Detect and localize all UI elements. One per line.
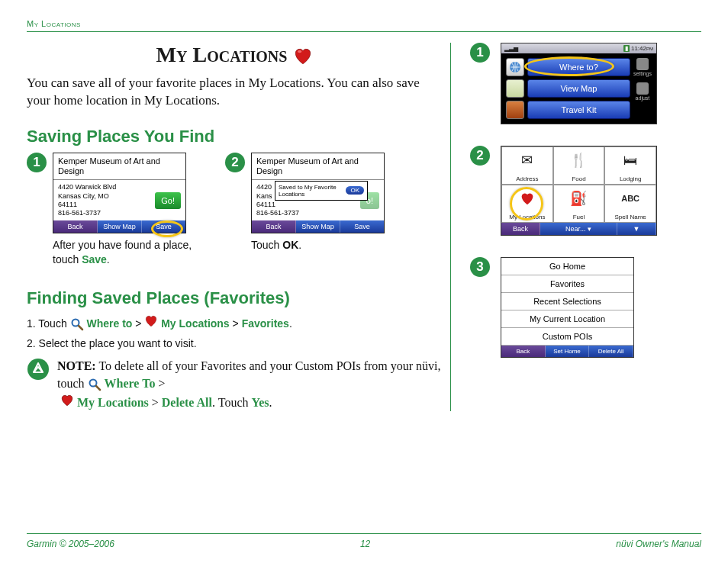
step-2-badge: 2 <box>225 153 245 172</box>
poi-title-2: Kemper Museum of Art and Design <box>252 153 384 180</box>
svg-point-0 <box>298 50 301 53</box>
footer-copyright: Garmin © 2005–2006 <box>27 539 114 549</box>
list-item[interactable]: Custom POIs <box>501 328 633 346</box>
intro-text: You can save all of your favorite places… <box>27 75 443 110</box>
bed-icon: 🛏 <box>623 150 637 170</box>
saved-popup: Saved to My Favorite Locations OK <box>275 181 368 201</box>
page-header-label: My Locations <box>27 19 701 28</box>
right-step-2-badge: 2 <box>470 146 490 166</box>
spellname-cell[interactable]: ABCSpell Name <box>604 185 656 223</box>
footer-pagenum: 12 <box>360 539 370 549</box>
heart-icon <box>144 314 158 327</box>
finding-heading: Finding Saved Places (Favorites) <box>27 288 443 308</box>
list-item[interactable]: Favorites <box>501 275 633 293</box>
device-screenshot-1: Kemper Museum of Art and Design 4420 War… <box>53 153 186 233</box>
fuel-icon: ⛽ <box>570 188 587 208</box>
back-button-2[interactable]: Back <box>252 220 296 233</box>
view-map-button[interactable]: View Map <box>527 79 630 98</box>
magnifier-icon <box>88 378 101 391</box>
device-main-menu: ▂▃▅ ▮ 11:42PM Where to? View Map <box>501 43 657 124</box>
header-rule <box>27 31 701 32</box>
page-footer: Garmin © 2005–2006 12 nüvi Owner's Manua… <box>27 533 701 549</box>
page-title: My Locations <box>27 43 443 67</box>
settings-button[interactable]: settings <box>633 58 652 76</box>
scroll-down-button[interactable]: ▼ <box>617 223 656 235</box>
wrench-icon <box>636 58 649 70</box>
abc-icon: ABC <box>621 188 639 208</box>
heart-icon <box>293 46 313 64</box>
near-button[interactable]: Near... ▾ <box>540 223 617 235</box>
footer-manual: nüvi Owner's Manual <box>616 539 701 549</box>
map-thumb-icon <box>506 79 524 98</box>
sethome-button[interactable]: Set Home <box>546 346 590 357</box>
list-item[interactable]: Recent Selections <box>501 293 633 310</box>
showmap-button[interactable]: Show Map <box>98 220 142 233</box>
saving-heading: Saving Places You Find <box>27 127 443 146</box>
travel-kit-button[interactable]: Travel Kit <box>527 101 630 119</box>
save-button[interactable]: Save <box>142 220 185 233</box>
device-screenshot-2: Kemper Museum of Art and Design 4420Kans… <box>251 153 385 233</box>
back-button[interactable]: Back <box>501 346 546 357</box>
food-cell[interactable]: 🍴Food <box>553 146 605 185</box>
list-item[interactable]: My Current Location <box>501 310 633 328</box>
finding-steps: 1. Touch Where to > My Locations > Favor… <box>27 314 443 411</box>
title-text: My Locations <box>156 43 288 67</box>
right-step-1-badge: 1 <box>470 43 490 63</box>
step-1-badge: 1 <box>27 153 47 172</box>
svg-point-3 <box>27 359 49 380</box>
svg-line-2 <box>79 326 82 330</box>
back-button[interactable]: Back <box>53 220 98 233</box>
step1-caption: After you have found a place, touch Save… <box>53 238 198 267</box>
device-category-grid: ✉Address 🍴Food 🛏Lodging My Locations ⛽Fu… <box>501 146 657 236</box>
heart-icon <box>520 188 535 208</box>
note-icon <box>27 358 50 381</box>
list-item[interactable]: Go Home <box>501 258 633 275</box>
suitcase-icon <box>506 101 524 119</box>
battery-icon: ▮ <box>623 45 630 52</box>
slider-icon <box>636 82 649 95</box>
where-to-button[interactable]: Where to? <box>527 58 630 76</box>
adjust-button[interactable]: adjust <box>633 82 652 101</box>
svg-line-5 <box>96 386 100 390</box>
back-button[interactable]: Back <box>501 223 540 235</box>
save-button-2[interactable]: Save <box>340 220 384 233</box>
fork-knife-icon: 🍴 <box>570 150 587 170</box>
deleteall-button[interactable]: Delete All <box>589 346 633 357</box>
right-step-3-badge: 3 <box>470 257 490 277</box>
mylocations-cell[interactable]: My Locations <box>501 185 553 223</box>
globe-icon <box>506 58 524 76</box>
note-text-2: My Locations > Delete All. Touch Yes. <box>60 394 443 411</box>
step2-caption: Touch OK. <box>251 238 397 253</box>
envelope-icon: ✉ <box>521 150 533 170</box>
lodging-cell[interactable]: 🛏Lodging <box>604 146 656 185</box>
poi-title: Kemper Museum of Art and Design <box>53 153 185 180</box>
footer-rule <box>27 533 701 534</box>
go-button[interactable]: Go! <box>155 192 181 209</box>
signal-icon: ▂▃▅ <box>504 45 518 52</box>
address-cell[interactable]: ✉Address <box>501 146 553 185</box>
magnifier-icon <box>70 317 84 331</box>
ok-button[interactable]: OK <box>346 186 364 195</box>
device-mylocations-list: Go Home Favorites Recent Selections My C… <box>501 257 634 358</box>
note-text: NOTE: To delete all of your Favorites an… <box>57 358 443 392</box>
showmap-button-2[interactable]: Show Map <box>296 220 340 233</box>
fuel-cell[interactable]: ⛽Fuel <box>553 185 605 223</box>
heart-icon <box>60 394 74 406</box>
poi-address: 4420 Warwick Blvd Kansas City, MO 64111 … <box>53 180 150 220</box>
status-bar: ▂▃▅ ▮ 11:42PM <box>501 43 656 53</box>
